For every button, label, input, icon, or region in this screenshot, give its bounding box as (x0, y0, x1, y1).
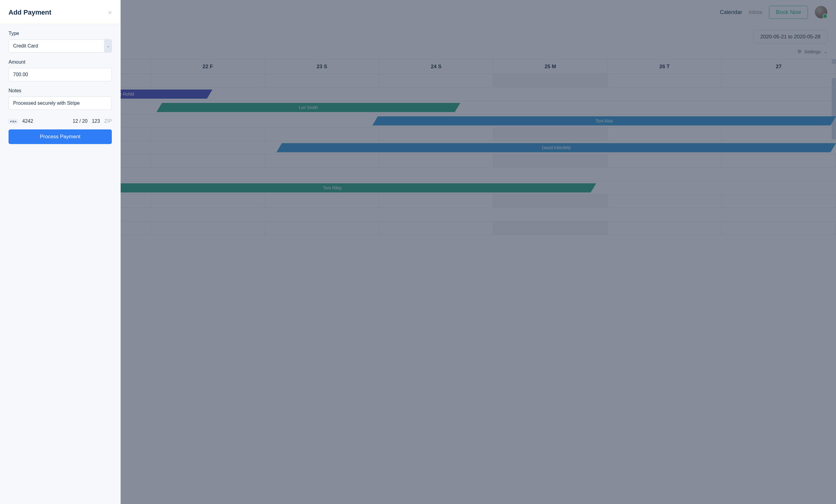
add-payment-panel: Add Payment × Type Credit Card ⌄ Amount … (0, 0, 121, 504)
table-row: Tom Riley (0, 181, 836, 195)
type-select-value: Credit Card (9, 40, 104, 52)
nav-inbox[interactable]: Inbox (749, 9, 762, 16)
close-icon[interactable]: × (108, 9, 112, 16)
card-expiry: 12 / 20 (73, 118, 88, 124)
calendar-background: Calendar Inbox Book Now 2020-05-21 to 20… (0, 0, 836, 504)
scroll-up-icon[interactable] (832, 59, 836, 64)
day-header: 23 S (265, 59, 379, 74)
type-select[interactable]: Credit Card ⌄ (8, 39, 112, 53)
date-range-picker[interactable]: 2020-05-21 to 2020-05-28 (753, 30, 828, 44)
chevron-down-icon (822, 49, 828, 54)
amount-label: Amount (8, 59, 112, 65)
book-now-button[interactable]: Book Now (769, 6, 808, 19)
day-header: 25 M (493, 59, 608, 74)
table-row: Lori Smith (0, 101, 836, 114)
nav-calendar[interactable]: Calendar (720, 9, 742, 16)
card-zip-placeholder: ZIP (104, 118, 112, 124)
day-header: 24 S (379, 59, 494, 74)
card-input-row[interactable]: VISA 4242 12 / 20 123 ZIP (8, 117, 112, 130)
table-row: Toni Alva (0, 114, 836, 128)
timeline: 21 T 22 F 23 S 24 S 25 M 26 T 27 (0, 59, 836, 235)
event-bar[interactable]: Tom Riley (69, 183, 596, 192)
table-row (0, 168, 836, 181)
chevron-down-icon[interactable]: ⌄ (104, 40, 112, 52)
type-label: Type (8, 31, 112, 36)
table-row: Har Rohld (0, 88, 836, 101)
event-bar[interactable]: Lori Smith (157, 103, 460, 112)
event-bar[interactable]: Toni Alva (372, 116, 836, 125)
day-headers: 21 T 22 F 23 S 24 S 25 M 26 T 27 (0, 59, 836, 74)
panel-title: Add Payment (8, 8, 52, 16)
notes-label: Notes (8, 88, 112, 94)
day-header: 27 (722, 59, 836, 74)
card-last4: 4242 (22, 118, 33, 124)
table-row (0, 128, 836, 141)
event-bar[interactable]: David Kleinfeld (276, 143, 836, 152)
settings-link[interactable]: Settings (804, 49, 821, 54)
table-row (0, 195, 836, 208)
timeline-rows: Har Rohld Lori Smith Toni Alva (0, 74, 836, 235)
gear-icon (797, 49, 802, 54)
notes-input[interactable] (8, 97, 112, 110)
table-row (0, 221, 836, 235)
card-cvc: 123 (92, 118, 100, 124)
visa-icon: VISA (8, 119, 18, 124)
avatar[interactable] (815, 6, 828, 19)
date-range-bar: 2020-05-21 to 2020-05-28 (0, 24, 836, 46)
topbar: Calendar Inbox Book Now (0, 0, 836, 24)
table-row (0, 154, 836, 168)
day-header: 26 T (608, 59, 722, 74)
process-payment-button[interactable]: Process Payment (8, 130, 112, 144)
amount-input[interactable] (8, 68, 112, 81)
table-row (0, 208, 836, 221)
table-row: David Kleinfeld (0, 141, 836, 154)
table-row (0, 74, 836, 88)
day-header: 22 F (151, 59, 265, 74)
settings-bar: Settings (0, 46, 836, 59)
